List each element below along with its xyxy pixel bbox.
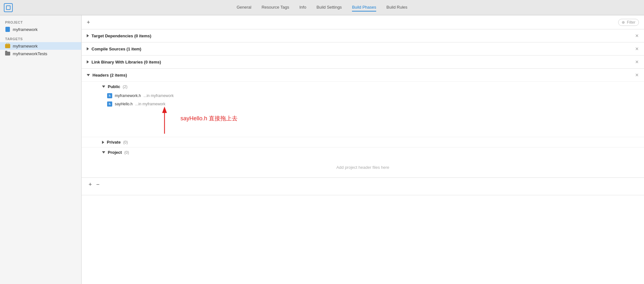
phase-header-compile-sources[interactable]: Compile Sources (1 item) ✕ (82, 42, 644, 55)
phase-compile-sources: Compile Sources (1 item) ✕ (82, 42, 644, 56)
sidebar-item-myframework[interactable]: myframework (0, 42, 81, 50)
sidebar-item-myframeworktests[interactable]: myframeworkTests (0, 50, 81, 57)
sub-title-project: Project (108, 150, 122, 155)
add-header-button[interactable]: + (87, 181, 94, 188)
phase-header-link-binary[interactable]: Link Binary With Libraries (0 items) ✕ (82, 56, 644, 68)
phase-headers: Headers (2 items) ✕ Public (2) h (82, 69, 644, 195)
phase-title-target-dependencies: Target Dependencies (0 items) (91, 34, 151, 38)
phase-close-button[interactable]: ✕ (635, 33, 639, 38)
phase-header-left-compile: Compile Sources (1 item) (87, 47, 141, 51)
sub-title-public: Public (108, 84, 120, 89)
drag-arrow-svg (152, 105, 177, 137)
sidebar-myframeworktests-label: myframeworkTests (13, 51, 47, 56)
phase-header-left: Target Dependencies (0 items) (87, 34, 151, 38)
sub-header-private[interactable]: Private (0) (82, 137, 644, 147)
phase-link-binary: Link Binary With Libraries (0 items) ✕ (82, 56, 644, 69)
annotation-container: sayHello.h 直接拖上去 (82, 108, 644, 137)
phase-header-left-headers: Headers (2 items) (87, 73, 127, 78)
public-files-area: h myframework.h ...in myframework h sayH… (82, 92, 644, 137)
tab-list: General Resource Tags Info Build Setting… (237, 4, 407, 11)
content-toolbar: + ⊕ Filter (82, 15, 644, 29)
sub-section-public: Public (2) h myframework.h ...in myframe… (82, 81, 644, 137)
triangle-down-icon-project (102, 151, 105, 153)
phase-close-compile-button[interactable]: ✕ (635, 46, 639, 51)
triangle-right-icon-link (87, 60, 89, 64)
file-name-sayhello-h: sayHello.h (115, 102, 133, 106)
triangle-right-icon (87, 34, 89, 37)
tab-general[interactable]: General (237, 4, 251, 11)
app-logo (4, 3, 13, 12)
phase-close-headers-button[interactable]: ✕ (635, 72, 639, 78)
sidebar-item-project[interactable]: myframework (0, 26, 81, 33)
sidebar: PROJECT myframework TARGETS myframework … (0, 15, 82, 284)
main-area: PROJECT myframework TARGETS myframework … (0, 15, 644, 284)
phase-header-target-dependencies[interactable]: Target Dependencies (0 items) ✕ (82, 29, 644, 42)
tab-resource-tags[interactable]: Resource Tags (261, 4, 289, 11)
add-phase-button[interactable]: + (87, 19, 90, 25)
filter-box[interactable]: ⊕ Filter (618, 19, 639, 26)
phase-target-dependencies: Target Dependencies (0 items) ✕ (82, 29, 644, 42)
sub-header-project[interactable]: Project (0) (82, 147, 644, 157)
sidebar-myframework-label: myframework (13, 44, 38, 49)
sub-count-private: (0) (123, 140, 128, 145)
file-name-myframework-h: myframework.h (115, 93, 141, 98)
tab-info[interactable]: Info (299, 4, 306, 11)
phase-close-link-button[interactable]: ✕ (635, 59, 639, 64)
sub-count-project: (0) (124, 150, 129, 155)
folder-icon (5, 51, 10, 56)
phase-title-compile-sources: Compile Sources (1 item) (91, 47, 141, 51)
triangle-right-icon-private (102, 141, 104, 144)
remove-header-button[interactable]: − (94, 181, 101, 188)
top-bar: General Resource Tags Info Build Setting… (0, 0, 644, 15)
file-location-myframework-h: ...in myframework (143, 93, 174, 98)
tab-build-rules[interactable]: Build Rules (386, 4, 407, 11)
headers-bottom-toolbar: + − (82, 177, 644, 191)
phase-title-headers: Headers (2 items) (92, 73, 127, 78)
phase-header-left-link: Link Binary With Libraries (0 items) (87, 60, 161, 64)
sub-section-project: Project (0) Add project header files her… (82, 147, 644, 177)
phase-title-link-binary: Link Binary With Libraries (0 items) (91, 60, 161, 64)
annotation-text: sayHello.h 直接拖上去 (180, 115, 238, 122)
sidebar-project-label: myframework (13, 27, 38, 32)
tab-build-settings[interactable]: Build Settings (317, 4, 342, 11)
sub-header-public[interactable]: Public (2) (82, 82, 644, 92)
filter-placeholder: Filter (627, 20, 635, 25)
filter-icon: ⊕ (622, 20, 625, 25)
h-file-icon: h (107, 93, 112, 98)
sub-count-public: (2) (123, 85, 128, 89)
sub-section-private: Private (0) (82, 137, 644, 147)
phase-header-headers[interactable]: Headers (2 items) ✕ (82, 69, 644, 81)
briefcase-icon (5, 43, 10, 49)
sub-title-private: Private (107, 140, 121, 145)
tab-build-phases[interactable]: Build Phases (352, 4, 376, 11)
triangle-down-icon-public (102, 86, 105, 88)
headers-content: Public (2) h myframework.h ...in myframe… (82, 81, 644, 195)
triangle-down-icon-headers (87, 74, 90, 76)
logo-inner (6, 5, 11, 10)
project-section-title: PROJECT (0, 19, 81, 26)
project-placeholder-text: Add project header files here (82, 157, 644, 177)
file-blue-icon (5, 27, 10, 32)
targets-section-title: TARGETS (0, 36, 81, 42)
content-pane: + ⊕ Filter Target Dependencies (0 items)… (82, 15, 644, 284)
triangle-right-icon-compile (87, 47, 89, 50)
file-row-myframework-h[interactable]: h myframework.h ...in myframework (82, 92, 644, 100)
h-file-icon-2: h (107, 101, 112, 107)
